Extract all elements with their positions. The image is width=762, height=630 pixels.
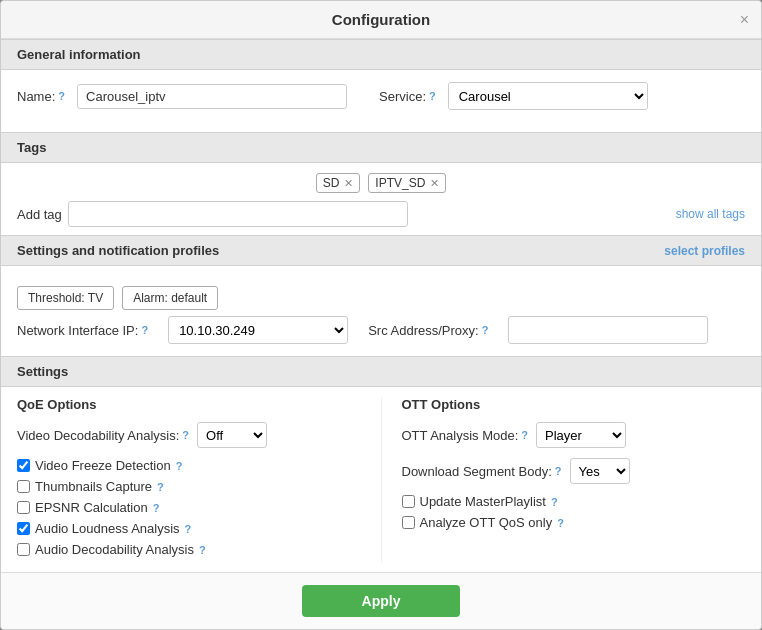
qoe-title: QoE Options [17, 397, 361, 412]
download-segment-label: Download Segment Body: ? [402, 464, 562, 479]
dialog-footer: Apply [1, 572, 761, 629]
network-ip-select[interactable]: 10.10.30.249 [168, 316, 348, 344]
audio-loudness-label: Audio Loudness Analysis [35, 521, 180, 536]
video-freeze-checkbox[interactable] [17, 459, 30, 472]
update-playlist-help-icon[interactable]: ? [551, 496, 558, 508]
ott-mode-help-icon[interactable]: ? [521, 429, 528, 441]
ott-mode-select[interactable]: Player [536, 422, 626, 448]
threshold-button[interactable]: Threshold: TV [17, 286, 114, 310]
audio-loudness-help-icon[interactable]: ? [185, 523, 192, 535]
tags-header: Tags [1, 132, 761, 163]
tag-iptv-sd-label: IPTV_SD [375, 176, 425, 190]
analyze-qos-label: Analyze OTT QoS only [420, 515, 553, 530]
general-info-header: General information [1, 39, 761, 70]
tags-list: SD ✕ IPTV_SD ✕ [17, 173, 745, 193]
show-all-tags-link[interactable]: show all tags [676, 207, 745, 221]
profiles-title: Settings and notification profiles [17, 243, 219, 258]
checkbox-video-freeze: Video Freeze Detection ? [17, 458, 361, 473]
service-select[interactable]: Carousel [448, 82, 648, 110]
epsnr-label: EPSNR Calculation [35, 500, 148, 515]
profile-buttons: Threshold: TV Alarm: default [17, 286, 745, 310]
ott-mode-label: OTT Analysis Mode: ? [402, 428, 529, 443]
add-tag-label: Add tag [17, 207, 62, 222]
ott-title: OTT Options [402, 397, 746, 412]
add-tag-input[interactable] [68, 201, 408, 227]
download-segment-help-icon[interactable]: ? [555, 465, 562, 477]
update-playlist-checkbox[interactable] [402, 495, 415, 508]
checkbox-audio-decodability: Audio Decodability Analysis ? [17, 542, 361, 557]
video-freeze-help-icon[interactable]: ? [176, 460, 183, 472]
tag-sd-label: SD [323, 176, 340, 190]
tag-iptv-sd-remove[interactable]: ✕ [430, 177, 439, 190]
analyze-qos-checkbox[interactable] [402, 516, 415, 529]
audio-decodability-label: Audio Decodability Analysis [35, 542, 194, 557]
ott-mode-row: OTT Analysis Mode: ? Player [402, 422, 746, 448]
checkbox-update-playlist: Update MasterPlaylist ? [402, 494, 746, 509]
download-segment-select[interactable]: Yes No [570, 458, 630, 484]
close-button[interactable]: × [740, 12, 749, 28]
configuration-dialog: Configuration × General information Name… [0, 0, 762, 630]
name-row: Name: ? Service: ? Carousel [17, 82, 745, 110]
src-help-icon[interactable]: ? [482, 324, 489, 336]
checkbox-epsnr: EPSNR Calculation ? [17, 500, 361, 515]
settings-columns: QoE Options Video Decodability Analysis:… [17, 397, 745, 563]
thumbnails-help-icon[interactable]: ? [157, 481, 164, 493]
video-decodability-select[interactable]: Off On [197, 422, 267, 448]
profiles-header-row: Settings and notification profiles selec… [17, 243, 745, 258]
name-input[interactable] [77, 84, 347, 109]
profiles-body: Threshold: TV Alarm: default Network Int… [1, 266, 761, 356]
apply-button[interactable]: Apply [302, 585, 461, 617]
dialog-body: General information Name: ? Service: ? C… [1, 39, 761, 572]
name-help-icon[interactable]: ? [58, 90, 65, 102]
checkbox-audio-loudness: Audio Loudness Analysis ? [17, 521, 361, 536]
checkbox-thumbnails: Thumbnails Capture ? [17, 479, 361, 494]
tag-iptv-sd: IPTV_SD ✕ [368, 173, 446, 193]
general-info-body: Name: ? Service: ? Carousel [1, 70, 761, 132]
alarm-button[interactable]: Alarm: default [122, 286, 218, 310]
dialog-header: Configuration × [1, 1, 761, 39]
add-tag-left: Add tag [17, 201, 408, 227]
ott-column: OTT Options OTT Analysis Mode: ? Player … [382, 397, 746, 563]
thumbnails-checkbox[interactable] [17, 480, 30, 493]
profiles-header: Settings and notification profiles selec… [1, 235, 761, 266]
settings-body: QoE Options Video Decodability Analysis:… [1, 387, 761, 572]
tag-sd: SD ✕ [316, 173, 361, 193]
network-row: Network Interface IP: ? 10.10.30.249 Src… [17, 316, 745, 344]
network-ip-help-icon[interactable]: ? [141, 324, 148, 336]
epsnr-checkbox[interactable] [17, 501, 30, 514]
src-input[interactable] [508, 316, 708, 344]
update-playlist-label: Update MasterPlaylist [420, 494, 546, 509]
select-profiles-link[interactable]: select profiles [664, 244, 745, 258]
epsnr-help-icon[interactable]: ? [153, 502, 160, 514]
audio-decodability-help-icon[interactable]: ? [199, 544, 206, 556]
settings-header: Settings [1, 356, 761, 387]
qoe-column: QoE Options Video Decodability Analysis:… [17, 397, 382, 563]
service-help-icon[interactable]: ? [429, 90, 436, 102]
add-tag-row: Add tag show all tags [17, 201, 745, 227]
checkbox-analyze-qos: Analyze OTT QoS only ? [402, 515, 746, 530]
name-label: Name: ? [17, 89, 65, 104]
tags-body: SD ✕ IPTV_SD ✕ Add tag show all tags [1, 163, 761, 235]
service-label: Service: ? [379, 89, 436, 104]
tag-sd-remove[interactable]: ✕ [344, 177, 353, 190]
analyze-qos-help-icon[interactable]: ? [557, 517, 564, 529]
network-ip-label: Network Interface IP: ? [17, 323, 148, 338]
audio-decodability-checkbox[interactable] [17, 543, 30, 556]
audio-loudness-checkbox[interactable] [17, 522, 30, 535]
video-decodability-help-icon[interactable]: ? [182, 429, 189, 441]
video-freeze-label: Video Freeze Detection [35, 458, 171, 473]
dialog-title: Configuration [332, 11, 430, 28]
download-segment-row: Download Segment Body: ? Yes No [402, 458, 746, 484]
video-decodability-label: Video Decodability Analysis: ? [17, 428, 189, 443]
video-decodability-row: Video Decodability Analysis: ? Off On [17, 422, 361, 448]
src-label: Src Address/Proxy: ? [368, 323, 488, 338]
thumbnails-label: Thumbnails Capture [35, 479, 152, 494]
